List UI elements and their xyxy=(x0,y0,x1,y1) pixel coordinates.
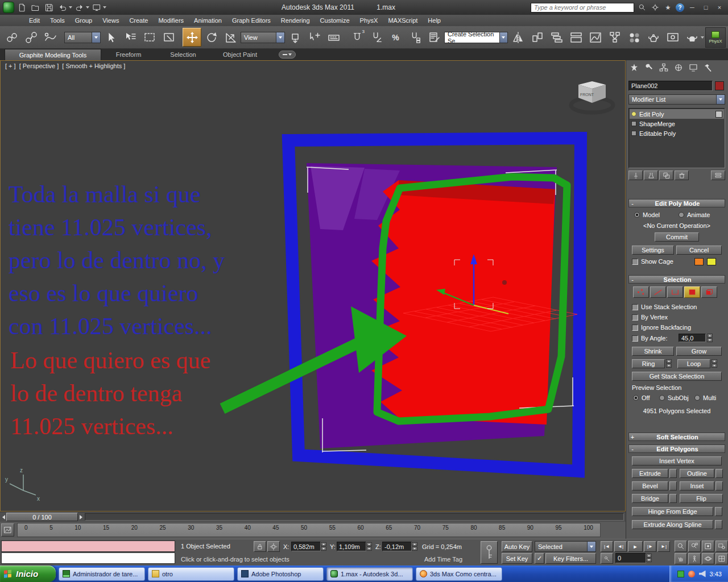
help-button[interactable]: ? xyxy=(676,3,684,12)
close-button[interactable]: × xyxy=(714,2,725,13)
configure-modifier-sets-button[interactable] xyxy=(711,171,725,180)
bevel-button[interactable]: Bevel xyxy=(632,481,668,490)
undo-button[interactable] xyxy=(56,2,69,13)
key-filters-check-button[interactable]: ✓ xyxy=(535,553,544,564)
stack-row-toggle[interactable] xyxy=(715,111,722,118)
menu-item[interactable]: Animation xyxy=(189,15,227,26)
walk-through-button[interactable] xyxy=(688,553,701,564)
menu-item[interactable]: Customize xyxy=(315,15,355,26)
cage-color-swatch[interactable] xyxy=(694,258,704,265)
ignore-backfacing-checkbox[interactable]: Ignore Backfacing xyxy=(632,324,691,331)
snaps-toggle-button[interactable]: 3 xyxy=(348,28,366,47)
viewport-general-menu[interactable]: [ + ] xyxy=(5,63,16,69)
modifier-enabled-bulb-icon[interactable] xyxy=(631,111,636,117)
hinge-from-edge-button[interactable]: Hinge From Edge xyxy=(632,507,713,516)
menu-item[interactable]: Edit xyxy=(24,15,45,26)
chevron-down-icon[interactable] xyxy=(276,32,284,43)
viewport-pov-menu[interactable]: [ Perspective ] xyxy=(19,63,59,69)
object-color-swatch[interactable] xyxy=(715,81,724,90)
inset-settings-button[interactable] xyxy=(715,481,723,490)
collapse-icon[interactable]: - xyxy=(629,446,636,452)
edit-named-selections-button[interactable] xyxy=(425,28,444,47)
redo-button[interactable] xyxy=(73,2,86,13)
mirror-button[interactable] xyxy=(508,28,527,47)
chevron-down-icon[interactable] xyxy=(499,32,507,43)
menu-item[interactable]: PhysX xyxy=(355,15,383,26)
viewport-shading-menu[interactable]: [ Smooth + Highlights ] xyxy=(62,63,125,69)
search-input[interactable] xyxy=(531,3,634,13)
by-vertex-checkbox[interactable]: By Vertex xyxy=(632,314,668,321)
mini-curve-editor-button[interactable] xyxy=(1,523,14,537)
checkbox-icon[interactable] xyxy=(632,304,638,310)
select-and-move-button[interactable] xyxy=(183,28,201,47)
z-spinner[interactable] xyxy=(412,542,417,551)
bind-to-spacewarp-button[interactable] xyxy=(41,28,60,47)
commit-button[interactable]: Commit xyxy=(655,232,699,242)
absolute-offset-toggle[interactable] xyxy=(267,541,280,552)
taskbar-item-otro-folder[interactable]: otro xyxy=(148,567,234,581)
edge-mode-button[interactable] xyxy=(650,286,666,298)
remove-modifier-button[interactable] xyxy=(675,171,689,180)
tray-icon-green[interactable] xyxy=(677,571,684,577)
radio-icon[interactable] xyxy=(659,395,665,401)
shrink-button[interactable]: Shrink xyxy=(632,347,674,356)
bridge-settings-button[interactable] xyxy=(669,494,677,503)
show-end-result-button[interactable] xyxy=(644,171,658,180)
x-spinner[interactable] xyxy=(321,542,326,551)
render-setup-button[interactable] xyxy=(644,28,663,47)
material-editor-button[interactable] xyxy=(624,28,643,47)
object-name-field[interactable]: Plane002 xyxy=(628,81,713,91)
radio-animate[interactable]: Animate xyxy=(679,211,710,218)
inset-button[interactable]: Inset xyxy=(680,481,714,490)
zoom-region-button[interactable] xyxy=(715,541,728,552)
chevron-down-icon[interactable] xyxy=(716,95,725,104)
cancel-button[interactable]: Cancel xyxy=(676,246,722,255)
tab-create[interactable] xyxy=(628,62,640,73)
by-angle-spinner[interactable] xyxy=(707,334,713,342)
selection-lock-button[interactable] xyxy=(254,541,266,552)
y-coordinate-field[interactable]: 1,109m xyxy=(337,542,366,551)
percent-snap-button[interactable]: % xyxy=(386,28,405,47)
tab-freeform[interactable]: Freeform xyxy=(101,49,156,60)
set-key-button[interactable]: Set Key xyxy=(502,553,532,564)
menu-item[interactable]: Create xyxy=(124,15,153,26)
viewcube-front-label[interactable]: FRONT xyxy=(580,93,594,97)
hinge-settings-button[interactable] xyxy=(715,507,722,516)
communication-center-button[interactable] xyxy=(650,2,660,13)
outline-settings-button[interactable] xyxy=(715,469,723,478)
modifier-list-dropdown[interactable]: Modifier List xyxy=(628,94,725,105)
settings-button[interactable]: Settings xyxy=(632,246,674,255)
cage-selected-color-swatch[interactable] xyxy=(707,258,716,265)
radio-icon[interactable] xyxy=(694,395,700,401)
menu-item[interactable]: Rendering xyxy=(276,15,315,26)
tab-display[interactable] xyxy=(687,62,700,73)
select-and-link-button[interactable] xyxy=(2,28,21,47)
loop-spinner[interactable] xyxy=(712,359,717,368)
physx-toolbar-button[interactable]: PhysX xyxy=(705,27,726,48)
frame-ruler[interactable]: 0510152025303540455055606570758085909510… xyxy=(17,523,601,537)
minimize-button[interactable]: ─ xyxy=(686,2,698,13)
ring-button[interactable]: Ring xyxy=(632,359,665,368)
preview-off-radio[interactable]: Off xyxy=(633,394,650,401)
search-button[interactable] xyxy=(636,2,647,13)
orbit-button[interactable] xyxy=(702,553,714,564)
key-filters-button[interactable]: Key Filters... xyxy=(545,553,596,564)
grow-button[interactable]: Grow xyxy=(676,347,722,356)
tab-hierarchy[interactable] xyxy=(657,62,670,73)
current-frame-field[interactable]: 0 xyxy=(615,553,646,563)
by-angle-field[interactable]: 45,0 xyxy=(679,334,706,342)
menu-item[interactable]: Views xyxy=(97,15,124,26)
menu-item[interactable]: Help xyxy=(423,15,446,26)
stack-row-shapemerge[interactable]: ShapeMerge xyxy=(630,119,724,128)
tab-utilities[interactable] xyxy=(702,62,714,73)
vertex-mode-button[interactable] xyxy=(633,286,649,298)
zoom-extents-button[interactable] xyxy=(702,541,714,552)
named-selection-set-combo[interactable]: Create Selection Se xyxy=(444,32,508,43)
get-stack-selection-button[interactable]: Get Stack Selection xyxy=(632,372,722,381)
taskbar-item-task-manager[interactable]: Administrador de tare... xyxy=(59,567,145,581)
set-keys-button[interactable] xyxy=(481,541,498,564)
curve-editor-button[interactable] xyxy=(586,28,605,47)
key-mode-toggle-button[interactable] xyxy=(601,553,613,564)
use-pivot-center-button[interactable] xyxy=(286,28,304,47)
pan-button[interactable] xyxy=(675,553,687,564)
